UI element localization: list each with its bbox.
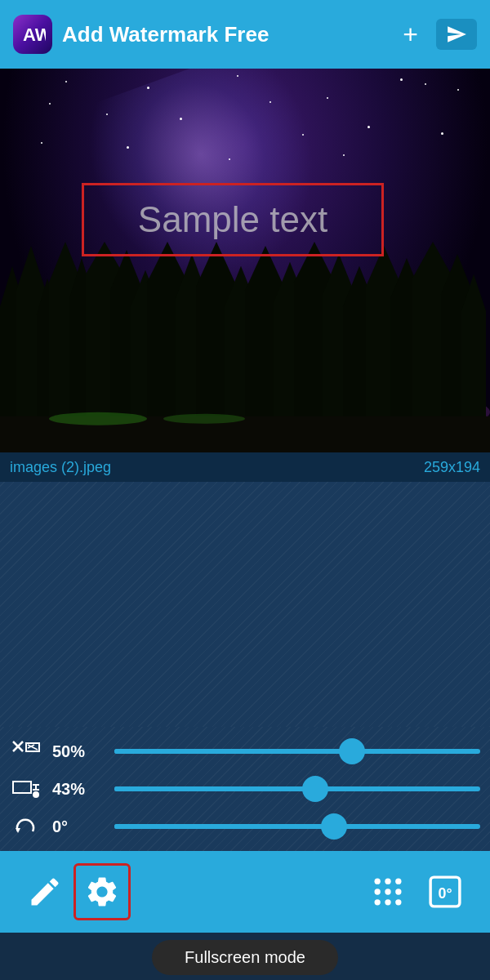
watermark-text: Sample text bbox=[138, 199, 327, 240]
svg-rect-12 bbox=[13, 782, 31, 793]
rotation-preset-button[interactable]: 0° bbox=[416, 863, 474, 920]
rotation-icon bbox=[11, 815, 41, 838]
star bbox=[106, 114, 108, 115]
star bbox=[400, 78, 403, 81]
star bbox=[49, 103, 51, 105]
size-slider-thumb[interactable] bbox=[302, 776, 328, 802]
star bbox=[368, 126, 370, 128]
app-title: Add Watermark Free bbox=[62, 22, 385, 47]
svg-text:AW: AW bbox=[23, 24, 46, 45]
rotation-preset-icon: 0° bbox=[427, 874, 463, 910]
add-button[interactable]: + bbox=[394, 18, 426, 51]
file-name-label: images (2).jpeg bbox=[10, 459, 111, 476]
star bbox=[237, 75, 238, 77]
rotation-value: 0° bbox=[52, 817, 105, 836]
star bbox=[180, 118, 182, 120]
opacity-slider-fill bbox=[114, 749, 352, 754]
rotation-slider-row: 0° bbox=[10, 815, 480, 838]
fullscreen-bar: Fullscreen mode bbox=[0, 933, 490, 980]
svg-point-6 bbox=[163, 413, 245, 423]
star bbox=[41, 142, 42, 144]
rotation-slider-track[interactable] bbox=[114, 824, 480, 829]
size-slider-track[interactable] bbox=[114, 786, 480, 791]
rotation-slider-thumb[interactable] bbox=[321, 813, 347, 840]
svg-text:0°: 0° bbox=[438, 885, 452, 902]
controls-area bbox=[0, 482, 490, 727]
image-canvas[interactable]: Sample text bbox=[0, 69, 490, 452]
bottom-toolbar: 0° bbox=[0, 851, 490, 933]
app-header: AW Add Watermark Free + bbox=[0, 0, 490, 69]
svg-point-27 bbox=[395, 899, 401, 905]
tree-silhouette bbox=[0, 242, 490, 453]
star bbox=[270, 101, 271, 103]
gear-icon bbox=[84, 874, 120, 910]
star bbox=[147, 87, 149, 89]
svg-point-26 bbox=[385, 899, 390, 905]
opacity-slider-row: 50% bbox=[10, 740, 480, 763]
sliders-section: 50% 43% bbox=[0, 727, 490, 851]
star bbox=[425, 83, 426, 85]
file-dimensions-label: 259x194 bbox=[424, 459, 480, 476]
watermark-overlay[interactable]: Sample text bbox=[82, 183, 384, 256]
size-icon bbox=[11, 777, 41, 800]
svg-point-20 bbox=[385, 879, 390, 884]
svg-point-24 bbox=[395, 889, 401, 894]
svg-point-5 bbox=[49, 412, 147, 425]
opacity-icon bbox=[11, 740, 41, 763]
app-logo: AW bbox=[13, 15, 52, 54]
size-value: 43% bbox=[52, 780, 105, 799]
star bbox=[302, 134, 304, 136]
opacity-icon-container bbox=[10, 740, 42, 763]
rotation-slider-fill bbox=[114, 824, 334, 829]
edit-button[interactable] bbox=[16, 863, 74, 920]
send-button[interactable] bbox=[436, 19, 477, 50]
opacity-slider-track[interactable] bbox=[114, 749, 480, 754]
svg-point-23 bbox=[385, 889, 390, 894]
opacity-value: 50% bbox=[52, 742, 105, 761]
send-icon bbox=[446, 24, 467, 45]
svg-point-21 bbox=[395, 879, 401, 884]
size-icon-container bbox=[10, 777, 42, 800]
grid-icon bbox=[370, 874, 406, 910]
star bbox=[457, 89, 459, 91]
opacity-slider-thumb[interactable] bbox=[339, 738, 365, 764]
file-info-bar: images (2).jpeg 259x194 bbox=[0, 452, 490, 482]
pencil-icon bbox=[27, 874, 63, 910]
star bbox=[229, 158, 230, 160]
rotation-icon-container bbox=[10, 815, 42, 838]
star bbox=[441, 132, 443, 135]
star bbox=[327, 97, 328, 99]
svg-marker-18 bbox=[16, 828, 20, 833]
fullscreen-button[interactable]: Fullscreen mode bbox=[152, 940, 338, 975]
grid-button[interactable] bbox=[359, 863, 416, 920]
size-slider-fill bbox=[114, 786, 315, 791]
svg-point-22 bbox=[375, 889, 381, 894]
star bbox=[65, 81, 67, 82]
star bbox=[343, 154, 345, 156]
svg-point-19 bbox=[375, 879, 381, 884]
size-slider-row: 43% bbox=[10, 777, 480, 800]
svg-point-25 bbox=[375, 899, 381, 905]
star bbox=[127, 146, 129, 149]
settings-button[interactable] bbox=[74, 863, 131, 920]
